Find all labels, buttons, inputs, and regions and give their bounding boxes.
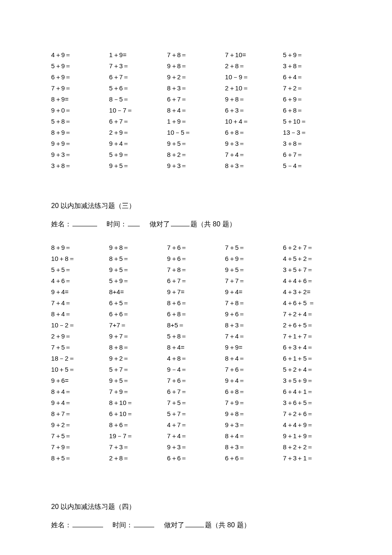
math-problem: 7＋4＝	[51, 298, 109, 309]
math-problem: 6＋3＝	[225, 105, 283, 116]
math-problem: 6＋9＝	[51, 72, 109, 83]
math-problem: 6＋6＝	[167, 453, 225, 464]
math-problem: 8＋4=	[167, 342, 225, 353]
math-problem: 9＋9＝	[51, 138, 109, 149]
math-problem: 9＋9=	[225, 342, 283, 353]
math-problem: 9＋8＝	[167, 61, 225, 72]
math-problem: 7＋4＝	[225, 149, 283, 160]
math-problem: 3＋6＋5＝	[283, 397, 341, 408]
math-problem: 6＋6＝	[109, 309, 167, 320]
math-problem: 4＋8＝	[167, 353, 225, 364]
info-line-4: 姓名： 时间： 做对了题（共 80 题）	[51, 520, 341, 530]
math-problem: 9＋3＝	[225, 419, 283, 431]
math-problem: 5＋7＝	[109, 364, 167, 375]
math-problem: 6＋7＝	[283, 149, 341, 160]
math-problem: 3＋8＝	[283, 138, 341, 149]
math-problem: 4＋7＝	[167, 419, 225, 431]
blank-name[interactable]	[72, 219, 97, 226]
math-problem: 9＋7＝	[109, 331, 167, 342]
math-problem: 9＋4=	[51, 286, 109, 298]
math-problem: 5＋9＝	[283, 49, 341, 61]
math-problem: 7＋2＝	[283, 83, 341, 94]
math-problem: 2＋9＝	[51, 331, 109, 342]
math-problem: 6＋7＝	[167, 386, 225, 397]
math-problem: 9＋1＋9＝	[283, 431, 341, 442]
math-problem: 8＋4＝	[51, 309, 109, 320]
math-problem: 9＋8＝	[225, 408, 283, 419]
math-problem: 9＋4＝	[51, 397, 109, 408]
blank-correct[interactable]	[185, 520, 204, 527]
math-problem: 6＋7＝	[167, 275, 225, 286]
math-problem: 6＋1＋5＝	[283, 353, 341, 364]
math-problem: 9＋5＝	[225, 264, 283, 275]
math-problem: 9＋3＝	[51, 149, 109, 160]
math-problem: 9＋8＝	[225, 94, 283, 105]
blank-correct[interactable]	[171, 219, 190, 226]
math-problem: 9＋4=	[225, 286, 283, 298]
math-problem: 4＋9＝	[51, 49, 109, 61]
math-problem: 7＋6＝	[167, 242, 225, 253]
math-problem: 5＋8＝	[167, 331, 225, 342]
math-problem: 10－2＝	[51, 320, 109, 331]
math-problem: 9＋3＝	[167, 442, 225, 453]
math-problem: 6＋8＝	[283, 105, 341, 116]
blank-time[interactable]	[128, 219, 140, 226]
math-problem: 8＋4＝	[225, 353, 283, 364]
math-problem: 7＋8＝	[167, 49, 225, 61]
math-problem: 6＋9＝	[283, 94, 341, 105]
math-problem: 8＋9＝	[51, 242, 109, 253]
math-problem: 7＋10=	[225, 49, 283, 61]
math-problem: 8＋10＝	[109, 397, 167, 408]
math-problem: 9＋0＝	[51, 105, 109, 116]
math-problem: 8－5＝	[109, 94, 167, 105]
math-problem: 5＋6＝	[109, 83, 167, 94]
label-correct: 做对了	[150, 220, 170, 228]
math-problem: 9＋5＝	[109, 375, 167, 386]
math-problem: 8＋3＝	[225, 160, 283, 171]
math-problem: 9＋3＝	[225, 138, 283, 149]
math-problem: 2＋6＋5＝	[283, 320, 341, 331]
math-problem: 9＋3＝	[167, 160, 225, 171]
math-problem: 6＋9＝	[225, 253, 283, 264]
math-problem: 8＋4＝	[167, 105, 225, 116]
math-problem: 9＋6=	[51, 375, 109, 386]
math-problem: 5＋2＋4＝	[283, 364, 341, 375]
math-problem: 9＋4＝	[109, 138, 167, 149]
math-problem: 8＋9＝	[51, 127, 109, 138]
math-problem: 6＋2＋7＝	[283, 242, 341, 253]
math-problem: 8＋4＝	[225, 431, 283, 442]
label-time: 时间：	[112, 521, 133, 529]
problem-column: 9＋8＝8＋5＝9＋5＝5＋9＝8+4=6＋5＝6＋6＝7+7＝9＋7＝8＋8＝…	[109, 242, 167, 464]
math-problem: 7＋2＋4＝	[283, 309, 341, 320]
blank-time[interactable]	[134, 520, 154, 527]
math-problem: 8＋6＝	[167, 298, 225, 309]
math-problem: 5＋5＝	[51, 264, 109, 275]
math-problem: 8＋2＋2＝	[283, 442, 341, 453]
math-problem: 1＋9＝	[167, 116, 225, 127]
math-problem: 6＋8＝	[225, 386, 283, 397]
label-name: 姓名：	[51, 220, 72, 228]
math-problem: 2＋9＝	[109, 127, 167, 138]
math-problem: 9＋5＝	[167, 138, 225, 149]
math-problem: 5＋9＝	[109, 149, 167, 160]
math-problem: 2＋8＝	[109, 453, 167, 464]
math-problem: 5＋9＝	[51, 61, 109, 72]
problem-column: 7＋6＝9＋6＝7＋8＝6＋7＝9＋7=8＋6＝6＋8＝8+5＝5＋8＝8＋4=…	[167, 242, 225, 464]
math-problem: 8＋3＝	[167, 83, 225, 94]
blank-name[interactable]	[72, 520, 103, 527]
math-problem: 7＋2＋6＝	[283, 408, 341, 419]
math-problem: 10＋4＝	[225, 116, 283, 127]
math-problem: 7＋8＝	[167, 264, 225, 275]
math-problem: 7＋8＝	[225, 298, 283, 309]
math-problem: 7＋6＝	[225, 364, 283, 375]
math-problem: 7＋6＝	[167, 375, 225, 386]
math-problem: 2＋10＝	[225, 83, 283, 94]
math-problem: 7+7＝	[109, 320, 167, 331]
math-problem: 8＋3＝	[225, 442, 283, 453]
math-problem: 9－4＝	[167, 364, 225, 375]
math-problem: 8+5＝	[167, 320, 225, 331]
math-problem: 6＋6＝	[225, 453, 283, 464]
math-problem: 5－4＝	[283, 160, 341, 171]
math-problem: 8＋6＝	[109, 419, 167, 431]
label-correct: 做对了	[164, 521, 184, 529]
